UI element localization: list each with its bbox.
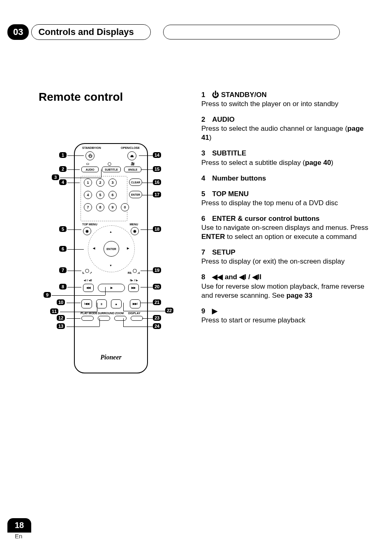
desc-7-num: 7 bbox=[201, 248, 205, 256]
angle-button[interactable]: ANGLE bbox=[124, 167, 141, 172]
desc-4: 4 Number buttons bbox=[201, 174, 374, 183]
number-8-button[interactable]: 8 bbox=[96, 203, 104, 211]
callout-19: 19 bbox=[153, 267, 161, 273]
leader-9 bbox=[52, 295, 105, 296]
enter-button[interactable]: ENTER bbox=[104, 241, 119, 257]
return-button[interactable]: ◯ bbox=[131, 266, 139, 275]
desc-4-title: Number buttons bbox=[212, 174, 266, 182]
fast-forward-button[interactable]: ▶▶ bbox=[128, 284, 139, 292]
setup-button[interactable]: ◯ bbox=[83, 266, 91, 275]
callout-22: 22 bbox=[165, 308, 173, 313]
descriptions-column: 1 ⏻ STANDBY/ON Press to switch the playe… bbox=[201, 90, 374, 331]
leader-21 bbox=[141, 303, 153, 303]
callout-20: 20 bbox=[153, 284, 161, 290]
enter-small-button[interactable]: ENTER bbox=[129, 191, 142, 198]
leader-19 bbox=[141, 271, 153, 271]
leader-15 bbox=[141, 169, 153, 170]
disc-icon: ◯ bbox=[108, 162, 111, 166]
callout-11: 11 bbox=[50, 308, 58, 314]
stop-button[interactable]: ■ bbox=[111, 299, 122, 308]
menu-button[interactable]: ◉ bbox=[131, 227, 139, 235]
clear-button[interactable]: CLEAR bbox=[129, 178, 142, 186]
scan-left-label: ◂I / ◂II bbox=[84, 279, 92, 282]
number-2-button[interactable]: 2 bbox=[96, 178, 104, 187]
page-lang: En bbox=[15, 533, 31, 540]
callout-2: 2 bbox=[59, 166, 67, 172]
desc-1: 1 ⏻ STANDBY/ON Press to switch the playe… bbox=[201, 90, 374, 109]
leader-11v bbox=[97, 303, 97, 312]
leader-1 bbox=[67, 155, 84, 156]
desc-8-title: ◀◀ and ◀I / ◀II bbox=[212, 273, 261, 281]
subtitle-button[interactable]: SUBTITLE bbox=[102, 167, 121, 172]
desc-4-num: 4 bbox=[201, 174, 205, 182]
desc-9-num: 9 bbox=[201, 307, 205, 315]
section-heading: Remote control bbox=[39, 90, 123, 104]
desc-9-title: ▶ bbox=[212, 307, 217, 315]
open-close-button[interactable]: ⏏ bbox=[127, 151, 136, 160]
page-number: 18 bbox=[7, 518, 31, 533]
desc-6-body-post: to select an option or execute a command bbox=[225, 233, 357, 241]
desc-8: 8 ◀◀ and ◀I / ◀II Use for reverse slow m… bbox=[201, 273, 374, 300]
callout-8: 8 bbox=[59, 284, 67, 290]
callout-4: 4 bbox=[59, 179, 67, 185]
display-button[interactable] bbox=[131, 316, 143, 321]
zoom-button[interactable] bbox=[114, 316, 127, 321]
number-6-button[interactable]: 6 bbox=[108, 191, 117, 199]
leader-14 bbox=[139, 155, 153, 156]
leader-6 bbox=[67, 249, 84, 250]
next-button[interactable]: ▶▶I bbox=[130, 299, 141, 308]
desc-6-num: 6 bbox=[201, 215, 205, 222]
remote-diagram: STANDBY/ON OPEN/CLOSE ⏻ ⏏ ⬭ ◯ 🎥 AUDIO SU… bbox=[49, 123, 173, 378]
surround-label: SURROUND bbox=[98, 312, 114, 315]
chapter-number-badge: 03 bbox=[7, 24, 29, 40]
desc-5-body: Press to display the top menu of a DVD d… bbox=[201, 199, 338, 207]
pioneer-logo: Pioneer bbox=[75, 354, 147, 361]
callout-1: 1 bbox=[59, 152, 67, 158]
power-icon: ⏻ bbox=[212, 91, 221, 99]
leader-2 bbox=[67, 169, 80, 170]
desc-2-close: ) bbox=[209, 134, 212, 141]
topmenu-button[interactable]: ◉ bbox=[83, 227, 91, 235]
number-1-button[interactable]: 1 bbox=[84, 178, 92, 187]
callout-6: 6 bbox=[59, 246, 67, 252]
audio-button[interactable]: AUDIO bbox=[81, 167, 99, 172]
leader-5 bbox=[67, 229, 81, 230]
number-7-button[interactable]: 7 bbox=[84, 203, 92, 211]
playmode-button[interactable] bbox=[81, 316, 94, 321]
header-bubble-right bbox=[163, 25, 340, 39]
desc-3-num: 3 bbox=[201, 149, 205, 157]
standby-button[interactable]: ⏻ bbox=[85, 151, 95, 160]
topmenu-label: TOP MENU bbox=[82, 223, 97, 226]
desc-8-body-pre: Use for reverse slow motion playback, fr… bbox=[201, 283, 364, 299]
leader-3v bbox=[101, 169, 101, 178]
callout-10: 10 bbox=[57, 299, 65, 305]
leader-7 bbox=[67, 271, 81, 271]
leader-12 bbox=[67, 318, 81, 319]
callout-5: 5 bbox=[59, 226, 67, 232]
leader-9v bbox=[105, 287, 106, 295]
desc-1-title: STANDBY/ON bbox=[221, 91, 267, 99]
desc-6: 6 ENTER & cursor control buttons Use to … bbox=[201, 214, 374, 241]
desc-9: 9 ▶ Press to start or resume playback bbox=[201, 307, 374, 325]
play-button[interactable]: ▶ bbox=[98, 284, 125, 292]
number-3-button[interactable]: 3 bbox=[108, 178, 117, 187]
leader-3 bbox=[60, 178, 101, 178]
prev-button[interactable]: I◀◀ bbox=[81, 299, 92, 308]
callout-17: 17 bbox=[153, 192, 161, 197]
desc-6-title: ENTER & cursor control buttons bbox=[212, 215, 320, 222]
callout-13: 13 bbox=[57, 323, 65, 329]
pause-button[interactable]: II bbox=[96, 299, 107, 308]
number-4-button[interactable]: 4 bbox=[84, 191, 92, 199]
number-9-button[interactable]: 9 bbox=[108, 203, 117, 211]
number-5-button[interactable]: 5 bbox=[96, 191, 104, 199]
desc-6-body-pre: Use to navigate on-screen displays and m… bbox=[201, 224, 368, 232]
rewind-button[interactable]: ◀◀ bbox=[83, 284, 94, 292]
desc-7-title: SETUP bbox=[212, 248, 235, 256]
callout-23: 23 bbox=[153, 315, 161, 321]
callout-3: 3 bbox=[52, 174, 59, 180]
number-0-button[interactable]: 0 bbox=[121, 203, 129, 211]
chapter-title: Controls and Displays bbox=[31, 24, 150, 40]
callout-14: 14 bbox=[153, 152, 161, 158]
callout-24: 24 bbox=[153, 323, 161, 329]
leader-24v bbox=[123, 318, 124, 327]
